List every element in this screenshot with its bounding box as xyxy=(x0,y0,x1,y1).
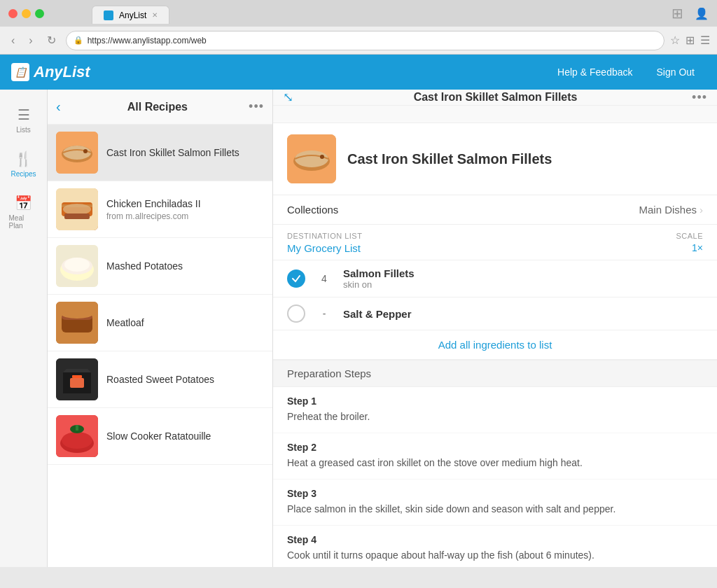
back-button[interactable]: ‹ xyxy=(56,99,61,115)
back-button[interactable]: ‹ xyxy=(7,33,19,48)
recipe-name: Mashed Potatoes xyxy=(106,260,264,272)
check-icon xyxy=(291,274,301,284)
recipe-thumbnail xyxy=(56,302,98,344)
recipe-info: Chicken Enchiladas II from m.allrecipes.… xyxy=(106,197,264,221)
recipe-item[interactable]: Cast Iron Skillet Salmon Fillets xyxy=(48,125,272,181)
step-block: Step 4 Cook until it turns opaque about … xyxy=(273,526,717,567)
scale-value[interactable]: 1× xyxy=(676,242,703,253)
recipe-source: from m.allrecipes.com xyxy=(106,211,264,221)
step-text: Cook until it turns opaque about half-wa… xyxy=(287,548,703,563)
meatloaf-thumb-image xyxy=(56,302,98,344)
recipe-hero-thumbnail xyxy=(287,134,336,183)
recipe-item[interactable]: Chicken Enchiladas II from m.allrecipes.… xyxy=(48,181,272,238)
tab-close-button[interactable]: ✕ xyxy=(152,11,158,19)
add-all-ingredients-button[interactable]: Add all ingredients to list xyxy=(273,330,717,359)
svg-point-24 xyxy=(62,432,92,449)
destination-list-header: DESTINATION LIST My Grocery List xyxy=(287,232,670,260)
collections-label: Collections xyxy=(287,204,639,216)
browser-toolbar-icons: ☆ ⊞ ☰ xyxy=(670,34,710,47)
address-bar[interactable]: 🔒 https://www.anylistapp.com/web xyxy=(66,31,664,50)
sidebar-item-recipes[interactable]: 🍴 Recipes xyxy=(4,145,44,183)
recipe-hero: Cast Iron Skillet Salmon Fillets xyxy=(273,123,717,195)
recipe-name: Chicken Enchiladas II xyxy=(106,197,264,210)
salmon-thumb-image xyxy=(56,132,98,174)
ratatouille-thumb-image xyxy=(56,415,98,457)
svg-point-16 xyxy=(62,310,92,318)
recipe-thumbnail xyxy=(56,415,98,457)
recipe-name: Slow Cooker Ratatouille xyxy=(106,430,264,442)
app-header: 📋 AnyList Help & Feedback Sign Out xyxy=(0,55,717,90)
lock-icon: 🔒 xyxy=(74,36,83,45)
ingredient-name: Salmon Fillets xyxy=(343,267,703,279)
browser-toolbar: ‹ › ↻ 🔒 https://www.anylistapp.com/web ☆… xyxy=(0,27,717,55)
help-feedback-button[interactable]: Help & Feedback xyxy=(546,61,643,83)
recipe-name: Cast Iron Skillet Salmon Fillets xyxy=(106,146,264,159)
refresh-button[interactable]: ↻ xyxy=(43,32,60,48)
bookmark-icon[interactable]: ☆ xyxy=(670,34,680,47)
step-title: Step 1 xyxy=(287,396,703,407)
recipe-item[interactable]: Meatloaf xyxy=(48,295,272,351)
recipe-info: Roasted Sweet Potatoes xyxy=(106,373,264,386)
maximize-window-button[interactable] xyxy=(35,9,44,18)
step-block: Step 1 Preheat the broiler. xyxy=(273,387,717,433)
new-tab-button[interactable]: ⊞ xyxy=(666,5,689,22)
chevron-right-icon: › xyxy=(699,204,703,216)
destination-list-value[interactable]: My Grocery List xyxy=(287,242,670,260)
recipes-icon: 🍴 xyxy=(15,150,32,167)
recipe-info: Meatloaf xyxy=(106,316,264,329)
user-profile-icon[interactable]: 👤 xyxy=(695,7,709,20)
recipe-list-more-button[interactable]: ••• xyxy=(249,99,264,114)
sign-out-button[interactable]: Sign Out xyxy=(646,61,706,83)
recipe-info: Mashed Potatoes xyxy=(106,260,264,272)
collections-row[interactable]: Collections Main Dishes › xyxy=(273,195,717,225)
traffic-lights xyxy=(8,9,44,18)
svg-rect-20 xyxy=(70,378,84,388)
step-block: Step 3 Place salmon in the skillet, skin… xyxy=(273,479,717,526)
menu-icon[interactable]: ☰ xyxy=(700,34,710,47)
svg-point-12 xyxy=(64,258,90,272)
recipe-detail-more-button[interactable]: ••• xyxy=(692,90,707,105)
meal-plan-label: Meal Plan xyxy=(9,214,39,230)
recipe-list-title: All Recipes xyxy=(67,101,249,113)
step-text: Heat a greased cast iron skillet on the … xyxy=(287,456,703,470)
svg-point-3 xyxy=(83,149,88,153)
minimize-window-button[interactable] xyxy=(22,9,31,18)
app-logo-icon: 📋 xyxy=(11,63,29,81)
scale-header: SCALE 1× xyxy=(676,232,703,260)
browser-titlebar: AnyList ✕ ⊞ 👤 xyxy=(0,0,717,27)
recipe-item[interactable]: Mashed Potatoes xyxy=(48,238,272,295)
svg-rect-26 xyxy=(76,425,78,430)
recipe-thumbnail xyxy=(56,188,98,230)
ingredient-quantity: - xyxy=(314,308,335,319)
ingredient-details: Salt & Pepper xyxy=(343,308,703,320)
browser-tab[interactable]: AnyList ✕ xyxy=(92,6,169,24)
potatoes-thumb-image xyxy=(56,245,98,287)
step-text: Preheat the broiler. xyxy=(287,410,703,424)
recipe-thumbnail xyxy=(56,245,98,287)
recipe-list-header: ‹ All Recipes ••• xyxy=(48,90,272,125)
sidebar-item-lists[interactable]: ☰ Lists xyxy=(4,101,44,139)
sidebar-nav: ☰ Lists 🍴 Recipes 📅 Meal Plan xyxy=(0,90,48,567)
sidebar-item-meal-plan[interactable]: 📅 Meal Plan xyxy=(4,189,44,235)
svg-point-7 xyxy=(63,204,91,215)
collections-value: Main Dishes › xyxy=(639,204,703,216)
app-logo: 📋 AnyList xyxy=(11,63,546,81)
expand-button[interactable]: ⤡ xyxy=(283,90,293,105)
forward-button[interactable]: › xyxy=(25,33,36,48)
extensions-icon[interactable]: ⊞ xyxy=(685,34,695,47)
preparation-header: Preparation Steps xyxy=(273,360,717,387)
ingredient-checkbox[interactable] xyxy=(287,270,305,288)
ingredient-quantity: 4 xyxy=(314,273,335,284)
recipe-hero-title: Cast Iron Skillet Salmon Fillets xyxy=(347,151,552,167)
tab-favicon xyxy=(104,10,113,20)
ingredient-row: 4 Salmon Fillets skin on xyxy=(273,260,717,297)
recipe-list-panel: ‹ All Recipes ••• Cast Iron Skillet Salm xyxy=(48,90,273,567)
recipe-item[interactable]: Roasted Sweet Potatoes xyxy=(48,351,272,408)
close-window-button[interactable] xyxy=(8,9,18,18)
recipe-item[interactable]: Slow Cooker Ratatouille xyxy=(48,408,272,465)
step-title: Step 3 xyxy=(287,488,703,499)
recipe-thumbnail xyxy=(56,132,98,174)
ingredient-note: skin on xyxy=(343,279,703,290)
app-header-actions: Help & Feedback Sign Out xyxy=(546,61,706,83)
ingredient-checkbox[interactable] xyxy=(287,304,305,323)
